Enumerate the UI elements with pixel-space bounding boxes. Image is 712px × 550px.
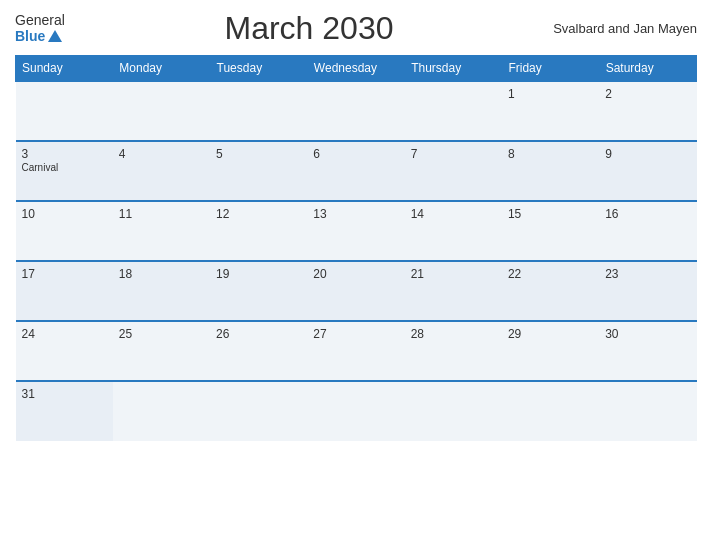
day-number: 5 bbox=[216, 147, 301, 161]
day-of-week-header: Friday bbox=[502, 56, 599, 82]
calendar-day-cell: 11 bbox=[113, 201, 210, 261]
day-number: 29 bbox=[508, 327, 593, 341]
calendar-day-cell bbox=[307, 381, 404, 441]
calendar-day-cell bbox=[113, 381, 210, 441]
calendar-day-cell: 12 bbox=[210, 201, 307, 261]
calendar-day-cell: 21 bbox=[405, 261, 502, 321]
calendar-day-cell: 16 bbox=[599, 201, 696, 261]
day-of-week-header: Wednesday bbox=[307, 56, 404, 82]
day-number: 13 bbox=[313, 207, 398, 221]
calendar-day-cell: 27 bbox=[307, 321, 404, 381]
calendar-day-cell: 1 bbox=[502, 81, 599, 141]
day-number: 27 bbox=[313, 327, 398, 341]
logo-blue-text: Blue bbox=[15, 29, 62, 44]
calendar-day-cell: 17 bbox=[16, 261, 113, 321]
calendar-day-cell bbox=[210, 381, 307, 441]
day-of-week-header: Sunday bbox=[16, 56, 113, 82]
calendar-day-cell: 24 bbox=[16, 321, 113, 381]
day-of-week-header: Tuesday bbox=[210, 56, 307, 82]
calendar-day-cell: 8 bbox=[502, 141, 599, 201]
day-number: 2 bbox=[605, 87, 690, 101]
day-number: 8 bbox=[508, 147, 593, 161]
calendar-day-cell: 5 bbox=[210, 141, 307, 201]
calendar-week-row: 24252627282930 bbox=[16, 321, 697, 381]
day-number: 23 bbox=[605, 267, 690, 281]
day-number: 10 bbox=[22, 207, 107, 221]
day-number: 9 bbox=[605, 147, 690, 161]
day-number: 26 bbox=[216, 327, 301, 341]
day-of-week-header: Monday bbox=[113, 56, 210, 82]
region-label: Svalbard and Jan Mayen bbox=[553, 21, 697, 36]
logo-general-text: General bbox=[15, 13, 65, 28]
day-number: 28 bbox=[411, 327, 496, 341]
page-header: General Blue March 2030 Svalbard and Jan… bbox=[15, 10, 697, 47]
calendar-day-cell bbox=[113, 81, 210, 141]
calendar-day-cell: 26 bbox=[210, 321, 307, 381]
day-number: 24 bbox=[22, 327, 107, 341]
day-number: 1 bbox=[508, 87, 593, 101]
calendar-day-cell: 30 bbox=[599, 321, 696, 381]
calendar-week-row: 17181920212223 bbox=[16, 261, 697, 321]
calendar-day-cell bbox=[210, 81, 307, 141]
calendar-day-cell bbox=[502, 381, 599, 441]
calendar-day-cell: 4 bbox=[113, 141, 210, 201]
calendar-day-cell: 13 bbox=[307, 201, 404, 261]
calendar-title: March 2030 bbox=[225, 10, 394, 47]
calendar-day-cell: 18 bbox=[113, 261, 210, 321]
calendar-day-cell: 7 bbox=[405, 141, 502, 201]
calendar-week-row: 31 bbox=[16, 381, 697, 441]
day-number: 12 bbox=[216, 207, 301, 221]
calendar-day-cell: 14 bbox=[405, 201, 502, 261]
calendar-day-cell: 23 bbox=[599, 261, 696, 321]
day-number: 19 bbox=[216, 267, 301, 281]
calendar-day-cell: 28 bbox=[405, 321, 502, 381]
day-number: 31 bbox=[22, 387, 107, 401]
day-number: 3 bbox=[22, 147, 107, 161]
calendar-event: Carnival bbox=[22, 162, 59, 173]
calendar-day-cell: 6 bbox=[307, 141, 404, 201]
calendar-day-cell bbox=[405, 81, 502, 141]
calendar-day-cell bbox=[16, 81, 113, 141]
day-number: 22 bbox=[508, 267, 593, 281]
logo: General Blue bbox=[15, 13, 65, 44]
calendar-day-cell: 9 bbox=[599, 141, 696, 201]
day-number: 21 bbox=[411, 267, 496, 281]
day-number: 17 bbox=[22, 267, 107, 281]
calendar-day-cell bbox=[307, 81, 404, 141]
day-number: 11 bbox=[119, 207, 204, 221]
day-number: 14 bbox=[411, 207, 496, 221]
calendar-day-cell: 29 bbox=[502, 321, 599, 381]
calendar-day-cell: 3Carnival bbox=[16, 141, 113, 201]
calendar-day-cell: 22 bbox=[502, 261, 599, 321]
calendar-day-cell: 19 bbox=[210, 261, 307, 321]
logo-triangle-icon bbox=[48, 30, 62, 42]
day-number: 30 bbox=[605, 327, 690, 341]
calendar-week-row: 3Carnival456789 bbox=[16, 141, 697, 201]
day-number: 6 bbox=[313, 147, 398, 161]
calendar-day-cell bbox=[599, 381, 696, 441]
calendar-week-row: 12 bbox=[16, 81, 697, 141]
day-number: 4 bbox=[119, 147, 204, 161]
day-number: 20 bbox=[313, 267, 398, 281]
day-of-week-header: Thursday bbox=[405, 56, 502, 82]
day-number: 25 bbox=[119, 327, 204, 341]
day-number: 16 bbox=[605, 207, 690, 221]
calendar-day-cell bbox=[405, 381, 502, 441]
calendar-day-cell: 25 bbox=[113, 321, 210, 381]
calendar-table: SundayMondayTuesdayWednesdayThursdayFrid… bbox=[15, 55, 697, 441]
calendar-week-row: 10111213141516 bbox=[16, 201, 697, 261]
day-number: 7 bbox=[411, 147, 496, 161]
calendar-day-cell: 15 bbox=[502, 201, 599, 261]
calendar-day-cell: 31 bbox=[16, 381, 113, 441]
calendar-day-cell: 2 bbox=[599, 81, 696, 141]
calendar-day-cell: 20 bbox=[307, 261, 404, 321]
calendar-header-row: SundayMondayTuesdayWednesdayThursdayFrid… bbox=[16, 56, 697, 82]
day-number: 15 bbox=[508, 207, 593, 221]
day-number: 18 bbox=[119, 267, 204, 281]
calendar-day-cell: 10 bbox=[16, 201, 113, 261]
day-of-week-header: Saturday bbox=[599, 56, 696, 82]
